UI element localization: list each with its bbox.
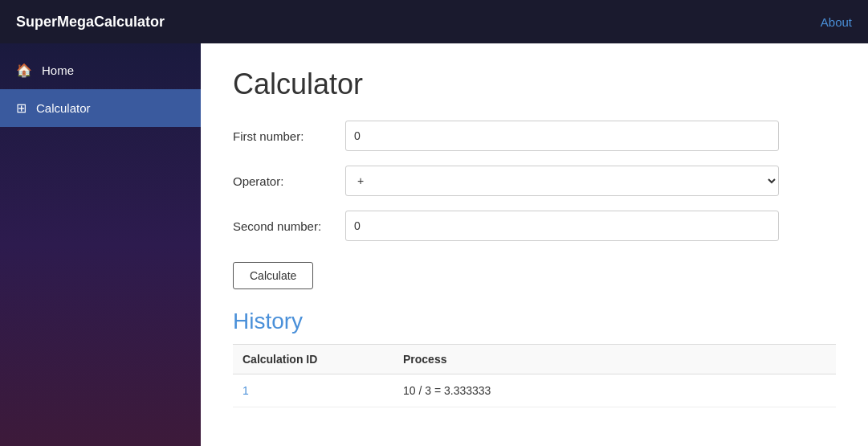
process-cell: 10 / 3 = 3.333333 [393,374,836,407]
first-number-group: First number: [233,121,836,151]
sidebar-item-calculator[interactable]: ⊞ Calculator [0,89,201,127]
calculator-icon: ⊞ [16,100,26,116]
history-title: History [233,309,836,334]
page-title: Calculator [233,68,836,101]
navbar: SuperMegaCalculator About [0,0,868,43]
sidebar: 🏠 Home ⊞ Calculator [0,43,201,446]
sidebar-item-calculator-label: Calculator [36,101,91,115]
home-icon: 🏠 [16,63,32,78]
content-area: Calculator First number: Operator: + - *… [201,43,868,446]
operator-group: Operator: + - * / [233,166,836,196]
about-link[interactable]: About [821,15,852,29]
table-row: 110 / 3 = 3.333333 [233,374,836,407]
history-section: History Calculation ID Process 110 / 3 =… [233,309,836,407]
first-number-label: First number: [233,129,345,143]
second-number-input[interactable] [345,211,779,241]
sidebar-item-home-label: Home [42,63,74,77]
calc-id-cell[interactable]: 1 [233,374,393,407]
navbar-brand: SuperMegaCalculator [16,14,165,31]
column-header-calc-id: Calculation ID [233,345,393,374]
sidebar-item-home[interactable]: 🏠 Home [0,51,201,89]
main-layout: 🏠 Home ⊞ Calculator Calculator First num… [0,43,868,446]
first-number-input[interactable] [345,121,779,151]
history-table: Calculation ID Process 110 / 3 = 3.33333… [233,344,836,407]
operator-select[interactable]: + - * / [345,166,779,196]
second-number-label: Second number: [233,219,345,233]
second-number-group: Second number: [233,211,836,241]
operator-label: Operator: [233,174,345,188]
history-table-header-row: Calculation ID Process [233,345,836,374]
column-header-process: Process [393,345,836,374]
calculate-button[interactable]: Calculate [233,262,313,289]
